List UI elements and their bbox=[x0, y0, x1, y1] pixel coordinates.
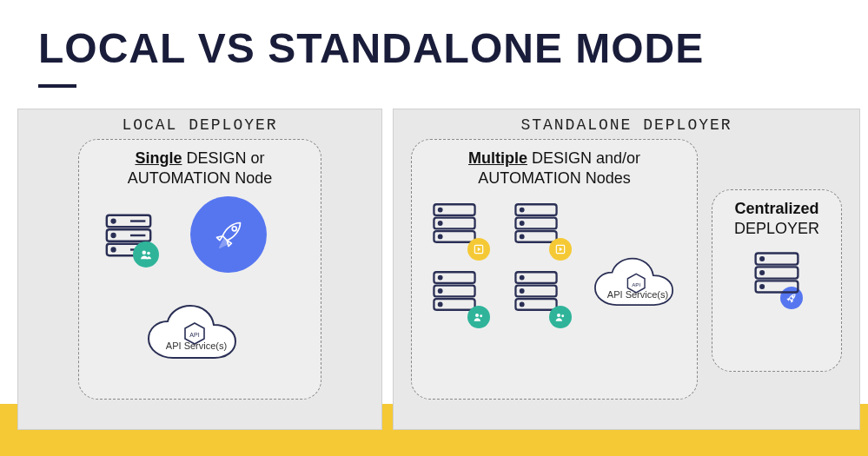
play-icon bbox=[549, 238, 572, 261]
api-label: API Service(s) bbox=[607, 289, 668, 300]
grid-cell bbox=[429, 266, 490, 327]
svg-point-52 bbox=[760, 271, 764, 274]
server-icon bbox=[511, 266, 558, 313]
svg-point-18 bbox=[439, 221, 442, 225]
svg-point-19 bbox=[439, 235, 442, 239]
people-icon bbox=[133, 241, 159, 268]
standalone-side-box: Centralized DEPLOYER bbox=[712, 189, 842, 372]
standalone-side-caption: Centralized DEPLOYER bbox=[712, 190, 841, 241]
svg-point-26 bbox=[520, 221, 524, 225]
grid-cell bbox=[429, 198, 490, 259]
diagram-container: LOCAL DEPLOYER Single DESIGN or AUTOMATI… bbox=[17, 109, 851, 430]
svg-point-3 bbox=[112, 220, 116, 223]
panel-standalone: STANDALONE DEPLOYER Multiple DESIGN and/… bbox=[393, 109, 860, 430]
local-content: API API Service(s) bbox=[79, 191, 321, 382]
cloud-icon: API API Service(s) bbox=[587, 253, 688, 315]
server-icon bbox=[429, 266, 476, 313]
server-icon bbox=[511, 198, 558, 245]
local-caption-rest1: DESIGN or bbox=[182, 149, 264, 167]
server-grid bbox=[429, 198, 577, 327]
local-caption-line2: AUTOMATION Node bbox=[128, 169, 272, 187]
panel-standalone-title: STANDALONE DEPLOYER bbox=[406, 116, 847, 134]
svg-point-54 bbox=[792, 296, 793, 298]
svg-marker-21 bbox=[478, 248, 481, 252]
svg-point-37 bbox=[480, 314, 482, 317]
svg-point-43 bbox=[520, 303, 524, 307]
svg-text:API: API bbox=[189, 332, 199, 338]
grid-cell bbox=[511, 266, 572, 327]
svg-point-42 bbox=[520, 289, 524, 293]
local-node-box: Single DESIGN or AUTOMATION Node API API… bbox=[78, 139, 321, 400]
svg-point-41 bbox=[520, 276, 524, 280]
people-icon bbox=[467, 306, 490, 328]
svg-point-44 bbox=[557, 314, 560, 317]
svg-point-35 bbox=[439, 303, 442, 307]
standalone-main-box: Multiple DESIGN and/or AUTOMATION Nodes bbox=[411, 139, 698, 400]
svg-point-10 bbox=[147, 252, 150, 255]
svg-point-53 bbox=[760, 285, 764, 288]
svg-point-9 bbox=[142, 251, 147, 255]
grid-cell bbox=[511, 198, 572, 259]
side-caption-line2: DEPLOYER bbox=[734, 220, 819, 237]
standalone-caption-multiple: Multiple bbox=[468, 149, 527, 167]
svg-point-25 bbox=[520, 208, 524, 212]
local-caption-single: Single bbox=[135, 149, 182, 167]
panel-local: LOCAL DEPLOYER Single DESIGN or AUTOMATI… bbox=[17, 109, 382, 430]
svg-point-4 bbox=[112, 234, 116, 237]
standalone-caption-line2: AUTOMATION Nodes bbox=[478, 169, 630, 187]
svg-point-45 bbox=[561, 314, 564, 317]
svg-point-17 bbox=[439, 208, 442, 212]
title-underline bbox=[38, 84, 76, 88]
panel-local-title: LOCAL DEPLOYER bbox=[30, 116, 369, 134]
local-caption: Single DESIGN or AUTOMATION Node bbox=[79, 140, 321, 191]
svg-point-33 bbox=[439, 276, 442, 280]
svg-point-27 bbox=[520, 235, 524, 239]
server-icon bbox=[429, 198, 476, 245]
side-caption-line1: Centralized bbox=[734, 200, 818, 217]
play-icon bbox=[467, 238, 490, 261]
standalone-content: Multiple DESIGN and/or AUTOMATION Nodes bbox=[406, 139, 847, 400]
svg-marker-29 bbox=[560, 248, 563, 252]
people-icon bbox=[549, 306, 572, 328]
svg-point-34 bbox=[439, 289, 442, 293]
svg-text:API: API bbox=[632, 281, 640, 287]
rocket-icon bbox=[190, 196, 267, 273]
svg-point-5 bbox=[112, 248, 116, 252]
cloud-icon: API API Service(s) bbox=[140, 301, 253, 368]
svg-point-11 bbox=[232, 227, 236, 231]
svg-point-51 bbox=[760, 257, 764, 261]
standalone-caption-rest1: DESIGN and/or bbox=[527, 149, 640, 167]
api-label: API Service(s) bbox=[166, 340, 227, 351]
svg-point-36 bbox=[475, 314, 479, 317]
page-title: LOCAL VS STANDALONE MODE bbox=[0, 0, 868, 72]
standalone-main-caption: Multiple DESIGN and/or AUTOMATION Nodes bbox=[412, 140, 697, 191]
